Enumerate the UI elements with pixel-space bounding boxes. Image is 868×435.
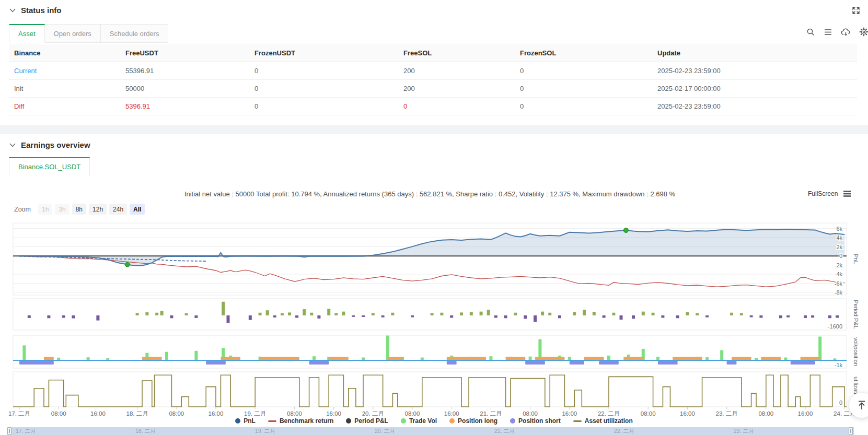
position-short-segment <box>570 361 584 365</box>
panel-axis-title: PnL <box>853 254 859 264</box>
column-header-update: Update <box>652 44 857 62</box>
period-pnl-bar <box>411 315 414 318</box>
trade-vol-bar <box>529 357 532 360</box>
period-pnl-bar <box>72 315 75 319</box>
period-pnl-bar <box>786 315 790 318</box>
chart-context-menu-icon[interactable] <box>843 190 851 197</box>
period-pnl-bar <box>170 315 173 318</box>
period-pnl-bar <box>480 312 483 315</box>
panel-axis-title: vol/position <box>853 337 859 366</box>
navigator-handle-right[interactable] <box>849 427 853 435</box>
trade-vol-bar <box>313 356 316 360</box>
x-axis-label: 08:00 <box>287 410 302 417</box>
period-pnl-bar <box>534 315 537 322</box>
table-cell: 0 <box>398 98 515 115</box>
navigator-handle-left[interactable] <box>7 427 11 435</box>
table-cell: 0 <box>515 80 652 97</box>
earnings-chart[interactable]: 6k4k2k0-2k-4k-6k-8k-1600-1k017. 二月08:001… <box>0 217 868 427</box>
table-cell: 55396.91 <box>120 62 249 79</box>
period-pnl-bar <box>460 312 463 315</box>
period-pnl-bar <box>836 315 839 318</box>
navigator-date-label: 17. 二月 <box>16 428 36 435</box>
trade-vol-bar <box>607 356 610 360</box>
column-header-freesol: FreeSOL <box>398 44 515 62</box>
legend-item-asset-utilization[interactable]: Asset utilization <box>573 417 633 425</box>
table-row: Current55396.91020002025-02-23 23:59:00 <box>9 62 857 80</box>
period-pnl-bar <box>381 315 385 318</box>
period-pnl-bar <box>327 309 330 315</box>
chart-navigator[interactable]: 17. 二月18. 二月19. 二月20. 二月21. 二月22. 二月23. … <box>7 427 854 435</box>
status-info-header: Status info <box>9 6 62 15</box>
collapse-chevron-icon[interactable] <box>9 143 16 147</box>
x-axis-label: 22. 二月 <box>598 410 620 417</box>
legend-item-pnl[interactable]: PnL <box>235 417 256 425</box>
y-axis-label: -2k <box>835 262 843 268</box>
tab-asset[interactable]: Asset <box>9 24 45 43</box>
navigator-date-label: 20. 二月 <box>375 428 395 435</box>
legend-item-trade-vol[interactable]: Trade Vol <box>401 417 437 425</box>
legend-item-benchmark-return[interactable]: Benchmark return <box>268 417 333 425</box>
y-axis-label: -4k <box>835 271 843 277</box>
period-pnl-bar <box>593 312 596 315</box>
legend-item-position-short[interactable]: Position short <box>510 417 561 425</box>
period-pnl-bar <box>160 311 164 315</box>
x-axis-label: 08:00 <box>523 410 538 417</box>
list-settings-icon[interactable] <box>824 28 832 37</box>
table-cell: 200 <box>398 80 515 97</box>
zoom-button-3h[interactable]: 3h <box>55 204 69 215</box>
zoom-button-all[interactable]: All <box>130 204 145 215</box>
period-pnl-bar <box>62 315 65 318</box>
table-cell[interactable]: Current <box>9 62 120 79</box>
tab-schedule-orders[interactable]: Schedule orders <box>101 24 169 43</box>
period-pnl-bar <box>740 313 743 315</box>
x-axis-label: 16:00 <box>798 410 813 417</box>
period-pnl-bar <box>222 302 225 315</box>
trade-marker[interactable] <box>125 262 130 267</box>
trade-vol-bar <box>165 352 168 360</box>
table-cell: 200 <box>398 62 515 79</box>
trade-marker[interactable] <box>623 228 628 233</box>
tab-binance-sol-usdt[interactable]: Binance.SOL_USDT <box>9 157 90 176</box>
position-short-segment <box>19 361 54 365</box>
legend-line-marker <box>268 420 276 422</box>
table-cell: 2025-02-23 23:59:00 <box>652 98 857 115</box>
table-cell: 0 <box>249 62 398 79</box>
collapse-chevron-icon[interactable] <box>9 8 16 13</box>
table-row: Init50000020002025-02-17 00:00:00 <box>9 80 857 98</box>
legend-label: Position long <box>458 417 497 425</box>
period-pnl-bar <box>642 312 645 315</box>
period-pnl-bar <box>194 315 198 318</box>
status-info-title: Status info <box>21 6 62 15</box>
gear-icon[interactable] <box>859 27 868 37</box>
legend-item-position-long[interactable]: Position long <box>449 417 497 425</box>
panel-axis-title: Period P&L <box>853 300 859 329</box>
legend-dot-marker <box>235 418 240 424</box>
x-axis-label: 21. 二月 <box>480 410 502 417</box>
position-short-segment <box>525 361 545 365</box>
zoom-button-8h[interactable]: 8h <box>72 204 86 215</box>
search-icon[interactable] <box>806 28 815 37</box>
legend-item-period-p-l[interactable]: Period P&L <box>346 417 388 425</box>
table-row: Diff5396.910002025-02-23 23:59:00 <box>9 98 857 115</box>
pnl-area-fill <box>19 229 844 266</box>
cloud-download-icon[interactable] <box>841 28 851 37</box>
zoom-button-24h[interactable]: 24h <box>109 204 127 215</box>
y-axis-label: 6k <box>836 226 842 232</box>
navigator-date-label: 18. 二月 <box>135 428 156 435</box>
period-pnl-bar <box>487 310 490 315</box>
x-axis-label: 23. 二月 <box>716 410 738 417</box>
zoom-button-1h[interactable]: 1h <box>38 204 52 215</box>
trade-vol-bar <box>386 336 389 360</box>
tab-open-orders[interactable]: Open orders <box>45 24 101 43</box>
expand-icon[interactable] <box>851 6 861 15</box>
period-pnl-bar <box>811 315 814 318</box>
fullscreen-button[interactable]: FullScreen <box>808 190 838 197</box>
legend-label: Asset utilization <box>585 417 633 425</box>
trade-vol-bar <box>720 350 723 361</box>
period-pnl-bar <box>288 312 291 315</box>
column-header-binance: Binance <box>9 44 120 62</box>
earnings-title: Earnings overview <box>21 140 90 149</box>
zoom-button-12h[interactable]: 12h <box>89 204 107 215</box>
period-pnl-bar <box>632 315 635 319</box>
navigator-date-label: 21. 二月 <box>494 428 515 435</box>
